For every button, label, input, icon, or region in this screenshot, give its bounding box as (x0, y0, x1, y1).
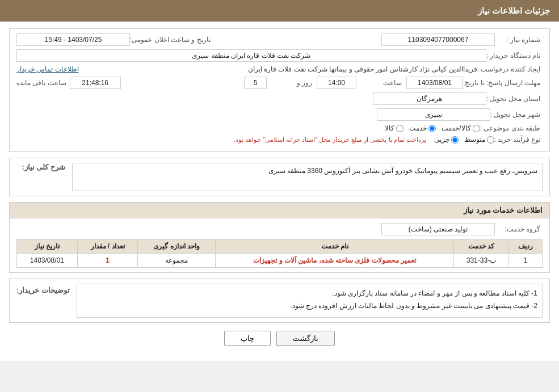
category-label: طبقه بندی موضوعی : (480, 124, 540, 132)
radio-kala-khedmat[interactable]: کالا/خدمت (442, 124, 480, 132)
buttons-row: بازگشت چاپ (9, 331, 550, 346)
creator-value: فریداالدین کیانی نژاد کارشناس امور حقوقی… (86, 65, 477, 73)
creator-label: ایجاد کننده درخواست : (477, 65, 540, 73)
radio-jozi[interactable]: جزیی (434, 136, 459, 144)
cell-unit: مجموعه (138, 254, 216, 268)
cell-code: ب-33-331 (454, 254, 508, 268)
description-section: سرویس، رفع عیب و تعمیر سیستم پنوماتیک خو… (9, 158, 550, 196)
cell-date: 1403/08/01 (17, 254, 78, 268)
description-value: سرویس، رفع عیب و تعمیر سیستم پنوماتیک خو… (72, 163, 543, 191)
city-label: شهر محل تحویل : (490, 111, 540, 119)
need-number-label: شماره نیاز : (495, 36, 540, 44)
back-button[interactable]: بازگشت (276, 331, 335, 346)
row-creator: ایجاد کننده درخواست : فریداالدین کیانی ن… (16, 65, 543, 73)
send-date-value: 1403/08/01 (406, 77, 463, 89)
send-time-label: ساعت (356, 79, 402, 87)
radio-khedmat[interactable]: خدمت (409, 124, 436, 132)
send-day-value: 5 (244, 77, 267, 89)
service-group-value: تولید صنعتی (ساخت) (381, 223, 495, 235)
row-purchase-type: نوع فرآیند خرید : متوسط جزیی پرداخت تمام… (16, 136, 543, 144)
purchase-type-radio-group: متوسط جزیی (434, 136, 494, 144)
print-button[interactable]: چاپ (224, 331, 271, 346)
col-code: کد خدمت (454, 239, 508, 254)
buyer-notes-label: توضیحات خریدار: (16, 286, 70, 294)
send-time-value: 14:00 (317, 77, 356, 89)
radio-motawaset[interactable]: متوسط (464, 136, 494, 144)
col-date: تاریخ نیاز (17, 239, 78, 254)
row-category: طبقه بندی موضوعی : کالا/خدمت خدمت کال (16, 124, 543, 132)
remaining-label: ساعت باقی مانده (16, 79, 66, 87)
cell-name: تعمیر محصولات فلزی ساخته شده، ماشین آلات… (215, 254, 453, 268)
buyer-notes-box: 1- کلیه اسناد مطالعه و پس از مهر و امضاء… (77, 284, 543, 318)
buyer-notes-line2: 2- قیمت پیشنهادی می بایست غیر مشروط و بد… (82, 300, 537, 313)
buyer-notes-line1: 1- کلیه اسناد مطالعه و پس از مهر و امضاء… (82, 288, 537, 300)
province-value: هرمزگان (373, 92, 486, 105)
col-qty: تعداد / مقدار (77, 239, 138, 254)
radio-khedmat-input[interactable] (428, 125, 436, 132)
services-table: ردیف کد خدمت نام خدمت واحد اندازه گیری ت… (16, 239, 543, 268)
services-body: گروه خدمت: تولید صنعتی (ساخت) ردیف کد خد… (10, 218, 549, 272)
purchase-type-label: نوع فرآیند خرید : (494, 136, 540, 144)
category-radio-group: کالا/خدمت خدمت کالا (385, 124, 480, 132)
row-need-number: شماره نیاز : 1103094077000067 تاریخ و سا… (16, 33, 543, 46)
radio-motawaset-label: متوسط (464, 136, 485, 144)
radio-jozi-label: جزیی (434, 136, 449, 144)
col-unit: واحد اندازه گیری (138, 239, 216, 254)
col-row: ردیف (508, 239, 543, 254)
buyer-notes-section: 1- کلیه اسناد مطالعه و پس از مهر و امضاء… (9, 279, 550, 323)
radio-kala-label: کالا (385, 124, 394, 132)
cell-row: 1 (508, 254, 543, 268)
province-label: استان محل تحویل : (486, 95, 540, 103)
radio-khedmat-label: خدمت (409, 124, 427, 132)
radio-kala-khedmat-input[interactable] (473, 125, 480, 132)
services-title: اطلاعات خدمات مورد نیاز (10, 203, 549, 218)
public-announce-label: تاریخ و ساعت اعلان عمومی: (130, 36, 211, 44)
main-info-body: شماره نیاز : 1103094077000067 تاریخ و سا… (10, 29, 549, 151)
radio-kala[interactable]: کالا (385, 124, 404, 132)
description-label: شرح کلی نیاز: (22, 163, 65, 171)
radio-kala-input[interactable] (396, 125, 404, 132)
row-province: استان محل تحویل : هرمزگان (16, 92, 543, 105)
services-section: اطلاعات خدمات مورد نیاز گروه خدمت: تولید… (9, 202, 550, 273)
radio-kala-khedmat-label: کالا/خدمت (442, 124, 470, 132)
table-header-row: ردیف کد خدمت نام خدمت واحد اندازه گیری ت… (17, 239, 543, 254)
cell-qty: 1 (77, 254, 138, 268)
buyer-org-label: نام دستگاه خریدار : (486, 52, 540, 60)
purchase-type-note: پرداخت تمام یا بخشی از مبلغ خریداز محل "… (234, 136, 426, 144)
main-info-section: شماره نیاز : 1103094077000067 تاریخ و سا… (9, 28, 550, 152)
row-send-date: مهلت ارسال پاسخ: تا تاریخ: 1403/08/01 سا… (16, 77, 543, 89)
col-name: نام خدمت (215, 239, 453, 254)
need-number-value: 1103094077000067 (381, 33, 495, 46)
public-announce-value: 1403/07/25 - 15:49 (16, 33, 130, 46)
radio-jozi-input[interactable] (451, 136, 459, 144)
buyer-org-value: شرکت نفت فلات قاره ایران منطقه سیری (16, 49, 486, 62)
table-row: 1 ب-33-331 تعمیر محصولات فلزی ساخته شده،… (17, 254, 543, 268)
send-date-label: مهلت ارسال پاسخ: تا تاریخ: (463, 79, 540, 87)
remaining-value: 21:48:16 (70, 77, 121, 89)
row-buyer-org: نام دستگاه خریدار : شرکت نفت فلات قاره ا… (16, 49, 543, 62)
row-city: شهر محل تحویل : سیری (16, 108, 543, 121)
row-service-group: گروه خدمت: تولید صنعتی (ساخت) (16, 223, 543, 235)
radio-motawaset-input[interactable] (487, 136, 494, 144)
page-header: جزئیات اطلاعات نیاز (0, 0, 559, 22)
send-day-label: روز و (267, 79, 312, 87)
service-group-label: گروه خدمت: (495, 225, 540, 233)
contact-link[interactable]: اطلاعات تماس خریدار (16, 65, 79, 73)
city-value: سیری (377, 108, 490, 121)
page-title: جزئیات اطلاعات نیاز (478, 6, 550, 15)
